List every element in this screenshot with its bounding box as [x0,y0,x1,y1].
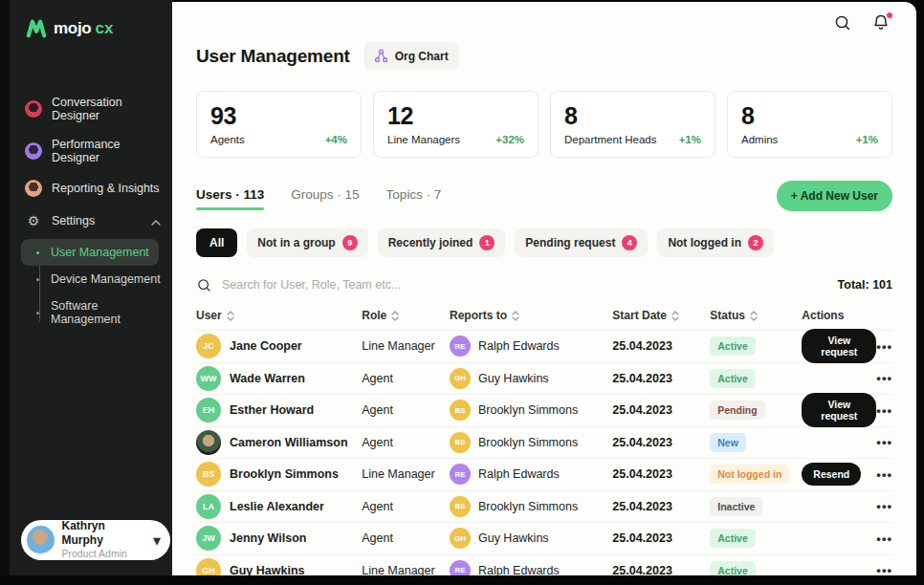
sidebar-item-label: Reporting & Insights [52,182,160,195]
table-header: User Role Reports to Start Date Status A… [196,309,892,331]
user-role: Agent [362,500,393,513]
row-action-button[interactable]: Resend [802,463,861,486]
row-more-icon[interactable]: ••• [876,339,892,354]
chevron-down-icon: ▾ [153,531,161,550]
stat-delta: +1% [679,134,701,145]
status-badge: Active [710,336,756,356]
stat-delta: +1% [856,134,878,145]
reports-to-name: Guy Hawkins [478,531,549,545]
user-role: Agent [362,372,393,385]
sidebar-item-performance-designer[interactable]: Performance Designer [10,130,172,172]
status-badge: Active [710,561,756,575]
sort-icon [227,311,234,321]
column-header-reports-to[interactable]: Reports to [450,309,612,322]
sidebar-item-device-management[interactable]: Device Management [10,266,172,292]
profile-name: Kathryn Murphy [62,519,145,548]
sidebar-item-settings[interactable]: ⚙ Settings [10,205,172,237]
tabs: Users · 113 Groups · 15 Topics · 7 + Add… [196,181,892,217]
row-more-icon[interactable]: ••• [876,499,892,513]
start-date: 25.04.2023 [612,564,672,575]
user-name: Jane Cooper [230,339,302,353]
reports-to-name: Brooklyn Simmons [478,403,578,417]
tab-topics[interactable]: Topics · 7 [386,187,442,210]
row-more-icon[interactable]: ••• [876,403,892,418]
table-row: JC Jane Cooper Line Manager RE Ralph Edw… [196,331,892,363]
search-icon[interactable] [833,13,854,34]
notifications-bell-icon[interactable] [871,13,892,34]
table-row: WW Wade Warren Agent GH Guy Hawkins 25.0… [196,363,892,396]
sidebar-item-reporting-insights[interactable]: Reporting & Insights [10,172,172,205]
stat-delta: +4% [325,134,347,145]
filter-all[interactable]: All [196,228,237,257]
window-bottom-edge [0,575,924,585]
bullet-dot [36,278,39,281]
sidebar-subitem-label: Software Management [51,299,165,326]
chevron-up-icon [151,212,161,229]
filter-not-in-group[interactable]: Not in a group 9 [247,228,367,257]
row-more-icon[interactable]: ••• [876,467,892,482]
reports-to-name: Ralph Edwards [478,467,560,481]
column-label: Role [362,309,386,322]
stat-card-admins: 8 Admins+1% [727,91,892,158]
conversation-designer-icon [25,100,42,118]
table-row: JW Jenny Wilson Agent GH Guy Hawkins 25.… [196,523,892,555]
search-row: Total: 101 [196,271,892,299]
column-header-actions: Actions [802,309,892,322]
avatar: JC [196,334,221,358]
sidebar-item-conversation-designer[interactable]: Conversation Designer [10,88,172,130]
column-header-status[interactable]: Status [710,309,802,322]
filter-not-logged-in[interactable]: Not logged in 2 [657,228,774,257]
row-action-button[interactable]: View request [802,329,876,363]
stat-card-department-heads: 8 Department Heads+1% [550,91,715,158]
start-date: 25.04.2023 [612,339,672,353]
avatar: GH [196,558,221,575]
table-row: GH Guy Hawkins Line Manager RE Ralph Edw… [196,555,892,576]
profile-menu[interactable]: Kathryn Murphy Product Admin ▾ [21,520,170,560]
reports-to-name: Brooklyn Simmons [478,500,578,513]
column-header-start-date[interactable]: Start Date [612,309,710,322]
row-more-icon[interactable]: ••• [876,371,892,385]
user-name: Wade Warren [230,372,305,385]
avatar [27,526,55,554]
stat-value: 8 [564,102,701,130]
sidebar-subitem-label: User Management [51,246,149,259]
app-window: mojo cx Conversation Designer Performanc… [0,0,924,585]
sort-icon [750,311,758,321]
column-header-role[interactable]: Role [362,309,450,322]
row-more-icon[interactable]: ••• [876,435,892,449]
filter-recently-joined[interactable]: Recently joined 1 [378,228,506,257]
filter-pending-request[interactable]: Pending request 4 [515,228,648,257]
profile-role: Product Admin [62,548,145,560]
sidebar-item-label: Settings [52,214,95,228]
table-row: BS Brooklyn Simmons Line Manager RE Ralp… [196,459,892,491]
user-name: Leslie Alexander [230,500,324,513]
add-new-user-button[interactable]: + Add New User [777,181,892,211]
stat-label: Admins [741,134,778,145]
tab-groups[interactable]: Groups · 15 [291,187,359,210]
row-action-button[interactable]: View request [802,393,876,427]
row-more-icon[interactable]: ••• [876,563,892,575]
avatar [196,430,221,455]
sidebar-item-user-management[interactable]: User Management [21,239,159,266]
notification-dot [887,12,892,18]
row-more-icon[interactable]: ••• [876,531,892,546]
column-header-user[interactable]: User [196,309,362,322]
stat-card-agents: 93 Agents+4% [196,91,362,158]
sidebar-item-software-management[interactable]: Software Management [10,292,172,333]
tab-users[interactable]: Users · 113 [196,187,264,210]
start-date: 25.04.2023 [612,531,672,545]
filter-chips: All Not in a group 9 Recently joined 1 P… [196,228,892,257]
search-input[interactable] [222,278,828,292]
performance-designer-icon [25,142,42,160]
org-chart-button[interactable]: Org Chart [363,42,459,70]
logo-word: mojo [54,19,91,38]
gear-icon: ⚙ [25,213,42,228]
sidebar-item-label: Conversation Designer [52,96,161,122]
logo: mojo cx [10,15,172,38]
avatar: RE [450,560,471,575]
sort-icon [671,311,679,321]
avatar: GH [450,528,471,549]
logo-suffix: cx [95,19,113,38]
user-role: Agent [362,531,393,545]
column-label: Start Date [612,309,667,322]
